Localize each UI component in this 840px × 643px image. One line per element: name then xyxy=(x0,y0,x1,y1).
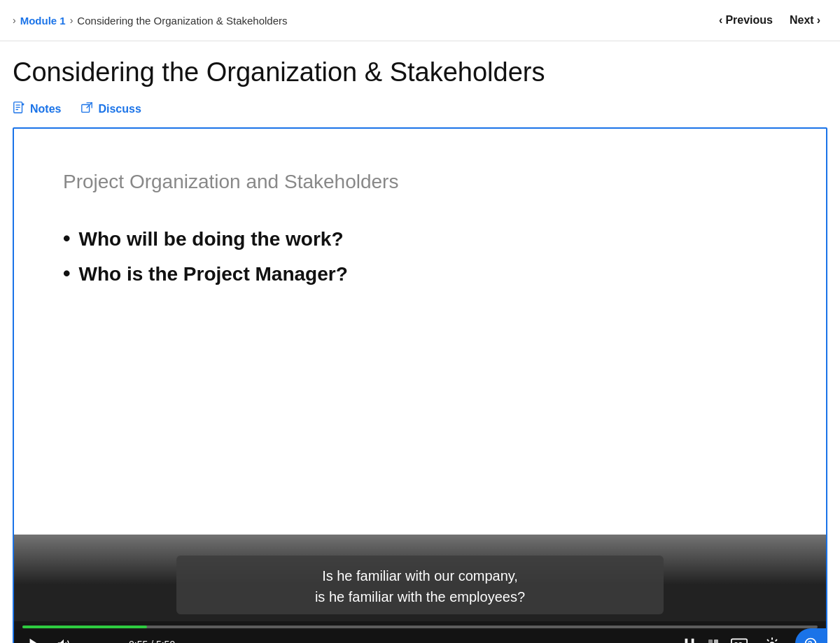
next-button[interactable]: Next › xyxy=(783,10,827,31)
gear-icon xyxy=(764,637,780,643)
video-container: Project Organization and Stakeholders Wh… xyxy=(13,127,827,643)
discuss-icon xyxy=(80,101,93,118)
svg-rect-2 xyxy=(16,106,20,107)
breadcrumb-nav: ‹ Previous Next › xyxy=(712,10,827,31)
notes-button[interactable]: Notes xyxy=(13,101,61,118)
page-title: Considering the Organization & Stakehold… xyxy=(0,41,840,99)
total-time: 5:59 xyxy=(156,639,175,643)
slide-title: Project Organization and Stakeholders xyxy=(63,171,777,193)
slide-content: Project Organization and Stakeholders Wh… xyxy=(14,129,826,535)
expand-icon[interactable]: › xyxy=(13,15,16,26)
progress-bar-row xyxy=(14,621,826,630)
notes-label: Notes xyxy=(30,103,61,115)
discuss-label: Discuss xyxy=(98,103,141,115)
svg-marker-7 xyxy=(30,638,39,643)
svg-rect-9 xyxy=(685,638,688,643)
pause-button[interactable] xyxy=(679,635,700,643)
slide-bullet-2: Who is the Project Manager? xyxy=(63,263,777,285)
progress-fill xyxy=(22,626,147,628)
time-separator: / xyxy=(150,639,156,643)
subtitle-line1: Is he familiar with our company, xyxy=(190,565,650,586)
pause-icon xyxy=(682,637,697,643)
play-button[interactable] xyxy=(24,635,45,643)
volume-icon xyxy=(56,637,71,643)
subtitle-bar: Is he familiar with our company, is he f… xyxy=(176,556,664,614)
floating-icon: ? xyxy=(804,637,818,643)
discuss-button[interactable]: Discuss xyxy=(80,101,141,118)
play-icon xyxy=(27,637,42,643)
notes-icon xyxy=(13,101,25,118)
volume-button[interactable] xyxy=(53,635,74,643)
previous-label: Previous xyxy=(725,14,773,27)
breadcrumb-module-link[interactable]: Module 1 xyxy=(20,15,66,27)
svg-rect-10 xyxy=(692,638,694,643)
slide-bullets: Who will be doing the work? Who is the P… xyxy=(63,228,777,285)
next-label: Next xyxy=(790,14,814,27)
current-time: 0:55 xyxy=(129,639,148,643)
previous-button[interactable]: ‹ Previous xyxy=(712,10,780,31)
captions-button[interactable]: CC xyxy=(727,636,752,643)
breadcrumb-separator: › xyxy=(70,15,74,26)
progress-track[interactable] xyxy=(22,626,818,628)
breadcrumb: › Module 1 › Considering the Organizatio… xyxy=(0,0,840,41)
breadcrumb-left: › Module 1 › Considering the Organizatio… xyxy=(13,15,288,27)
settings-button[interactable] xyxy=(760,635,784,643)
svg-rect-3 xyxy=(16,108,19,109)
breadcrumb-current-page: Considering the Organization & Stakehold… xyxy=(77,15,287,27)
time-display: 0:55 / 5:59 xyxy=(129,639,175,643)
captions-icon: CC xyxy=(731,637,748,643)
svg-marker-8 xyxy=(58,639,64,643)
svg-rect-1 xyxy=(16,104,20,105)
chevron-left-icon: ‹ xyxy=(719,14,722,27)
svg-text:?: ? xyxy=(808,640,813,643)
subtitle-line2: is he familiar with the employees? xyxy=(190,586,650,607)
slide-bullet-1: Who will be doing the work? xyxy=(63,228,777,250)
volume-indicator xyxy=(708,640,718,643)
action-bar: Notes Discuss xyxy=(0,99,840,127)
svg-rect-4 xyxy=(22,103,24,105)
chevron-right-icon: › xyxy=(817,14,820,27)
video-controls-area: Is he familiar with our company, is he f… xyxy=(14,535,826,643)
controls-row: 0:55 / 5:59 CC xyxy=(14,630,826,643)
